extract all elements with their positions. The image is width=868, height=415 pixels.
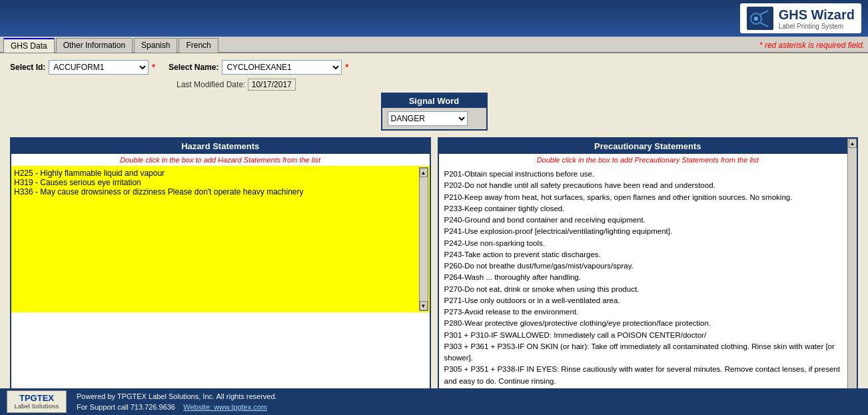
precautionary-list-item: P264-Wash ... thoroughly after handling. [444, 272, 844, 283]
select-id-required: * [152, 63, 155, 72]
precautionary-list-item: P260-Do not breathe dust/fume/gas/mist/v… [444, 260, 844, 272]
hazard-list-item: H336 - May cause drowsiness or dizziness… [14, 187, 414, 197]
precautionary-list-item: P280-Wear protective gloves/protective c… [444, 318, 844, 329]
footer-line1: Powered by TPGTEX Label Solutions, Inc. … [77, 391, 277, 402]
logo-sub: Label Printing System [779, 23, 855, 30]
precautionary-list-item: P271-Use only outdoors or in a well-vent… [444, 295, 844, 306]
logo-text: GHS Wizard Label Printing System [779, 7, 855, 30]
precautionary-list-item: P233-Keep container tightly closed. [444, 203, 844, 214]
footer-website-link[interactable]: Website: www.tpgtex.com [183, 403, 267, 411]
precautionary-list-item: P242-Use non-sparking tools. [444, 238, 844, 249]
hazard-text-list: H225 - Highly flammable liquid and vapou… [14, 169, 427, 197]
precautionary-list-item: P201-Obtain special instructions before … [444, 169, 844, 180]
hazard-scroll-down[interactable]: ▼ [420, 301, 428, 310]
footer-support-text: For Support call 713.726.9636 [77, 403, 175, 411]
form-top-row: Select Id: ACCUFORM1 * Select Name: CYCL… [10, 60, 858, 75]
precautionary-panel-hint: Double click in the box to add Precautio… [439, 154, 857, 166]
last-modified-value: 10/17/2017 [248, 79, 296, 91]
select-name-required: * [345, 63, 348, 72]
hazard-panel-header: Hazard Statements [11, 139, 430, 154]
hazard-scrollbar[interactable]: ▲ ▼ [419, 167, 428, 311]
tab-other-information[interactable]: Other Information [56, 38, 133, 53]
select-id-dropdown[interactable]: ACCUFORM1 [49, 60, 149, 75]
select-name-group: Select Name: CYCLOHEXANE1 * [169, 60, 348, 75]
tab-french[interactable]: French [179, 38, 218, 53]
precautionary-list-item: P301 + P310-IF SWALLOWED: Immediately ca… [444, 330, 844, 341]
precautionary-scroll-up[interactable]: ▲ [849, 139, 857, 148]
precautionary-list-item: P241-Use explosion-proof [electrical/ven… [444, 226, 844, 237]
svg-rect-0 [749, 9, 771, 28]
main-content: Select Id: ACCUFORM1 * Select Name: CYCL… [0, 53, 868, 388]
last-modified-label: Last Modified Date: [177, 80, 245, 89]
app-header: GHS Wizard Label Printing System [0, 0, 868, 37]
signal-word-box: Signal Word DANGER [381, 93, 488, 131]
footer-logo-top: TPGTEX [19, 393, 54, 404]
hazard-list-item: H225 - Highly flammable liquid and vapou… [14, 169, 414, 178]
select-id-group: Select Id: ACCUFORM1 * [10, 60, 155, 75]
hazard-panel: Hazard Statements Double click in the bo… [10, 137, 431, 388]
precautionary-scrollbar[interactable]: ▲ ▼ [847, 139, 857, 388]
tabs-bar: GHS Data Other Information Spanish Frenc… [0, 37, 868, 53]
precautionary-list-item: P303 + P361 + P353-IF ON SKIN (or hair):… [444, 341, 844, 364]
tab-ghs-data[interactable]: GHS Data [3, 38, 55, 53]
select-name-label: Select Name: [169, 63, 218, 72]
precautionary-list-item: P210-Keep away from heat, hot surfaces, … [444, 192, 844, 203]
select-name-dropdown[interactable]: CYCLOHEXANE1 [222, 60, 342, 75]
footer-logo: TPGTEX Label Solutions [7, 390, 67, 413]
last-modified-row: Last Modified Date: 10/17/2017 [177, 80, 858, 89]
hazard-panel-content[interactable]: H225 - Highly flammable liquid and vapou… [11, 166, 430, 312]
footer-text: Powered by TPGTEX Label Solutions, Inc. … [77, 391, 277, 413]
precautionary-list-item: P308 + P311-IF exposed or concerned: Cal… [444, 387, 844, 388]
logo-main: GHS Wizard [779, 7, 855, 22]
precautionary-list-item: P273-Avoid release to the environment. [444, 306, 844, 318]
hazard-scroll-up[interactable]: ▲ [420, 168, 428, 177]
hazard-panel-hint: Double click in the box to add Hazard St… [11, 154, 430, 166]
required-note: * red asterisk is required field. [759, 41, 865, 50]
hazard-list-item: H319 - Causes serious eye irritation [14, 178, 414, 187]
signal-word-body: DANGER [382, 108, 486, 129]
precautionary-list-item: P240-Ground and bond container and recei… [444, 214, 844, 226]
signal-word-dropdown[interactable]: DANGER [388, 111, 468, 126]
footer-line2: For Support call 713.726.9636 Website: w… [77, 402, 277, 413]
svg-point-4 [754, 17, 758, 21]
signal-word-section: Signal Word DANGER [10, 93, 858, 131]
precautionary-list-item: P202-Do not handle until all safety prec… [444, 180, 844, 191]
signal-word-header: Signal Word [382, 94, 486, 108]
precautionary-panel-header: Precautionary Statements [439, 139, 857, 154]
precautionary-list-item: P270-Do not eat, drink or smoke when usi… [444, 284, 844, 295]
logo-area: GHS Wizard Label Printing System [740, 3, 861, 33]
panels-row: Hazard Statements Double click in the bo… [10, 137, 858, 388]
tab-spanish[interactable]: Spanish [134, 38, 177, 53]
select-id-label: Select Id: [10, 63, 45, 72]
app-footer: TPGTEX Label Solutions Powered by TPGTEX… [0, 388, 868, 415]
precautionary-list-item: P305 + P351 + P338-IF IN EYES: Rinse cau… [444, 364, 844, 387]
logo-icon [747, 7, 773, 30]
precautionary-panel: Precautionary Statements Double click in… [438, 137, 859, 388]
precautionary-list-item: P243-Take action to prevent static disch… [444, 249, 844, 260]
footer-logo-bottom: Label Solutions [14, 403, 59, 410]
precautionary-panel-content[interactable]: P201-Obtain special instructions before … [439, 166, 857, 388]
